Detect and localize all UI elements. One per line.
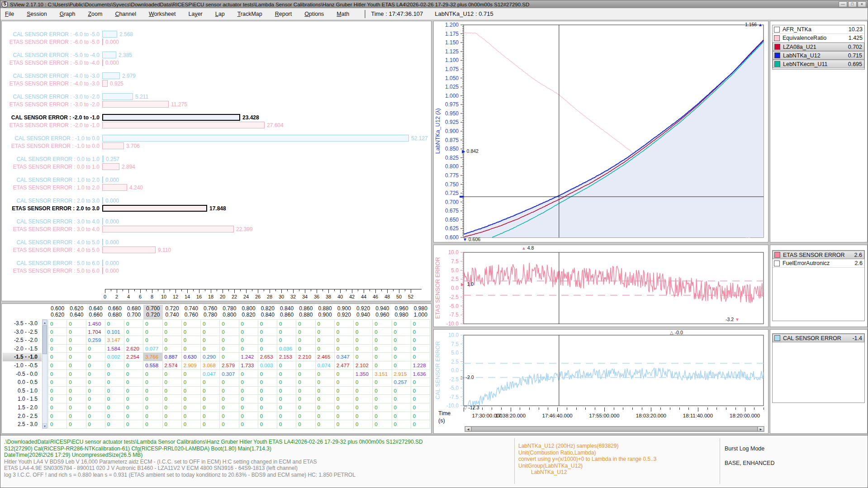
table-cell[interactable]: 0 — [124, 420, 143, 429]
table-cell[interactable]: 0 — [335, 328, 354, 336]
menu-session[interactable]: Session — [27, 11, 47, 17]
table-cell[interactable]: 0 — [201, 387, 220, 395]
table-cell[interactable]: 0 — [239, 378, 258, 387]
histogram-row[interactable]: CAL SENSOR ERROR : 1.0 to 2.00.000 — [2, 176, 431, 184]
table-cell[interactable]: 0 — [392, 420, 411, 429]
table-cell[interactable]: 0 — [67, 336, 86, 345]
table-cell[interactable]: 0 — [392, 328, 411, 336]
cal-error-bar[interactable] — [102, 197, 103, 204]
row-header[interactable]: -1.5 - -1.0 — [3, 353, 42, 361]
table-cell[interactable]: 0.077 — [143, 345, 162, 353]
column-header[interactable]: 0.7800.800 — [220, 305, 239, 319]
table-cell[interactable]: 0 — [48, 336, 67, 345]
table-cell[interactable]: 0 — [354, 387, 373, 395]
table-cell[interactable]: 0 — [316, 420, 335, 429]
table-cell[interactable]: 0 — [411, 353, 430, 361]
table-cell[interactable]: 0 — [163, 403, 182, 412]
histogram-row[interactable]: ETAS SENSOR ERROR : -6.0 to -5.00.000 — [2, 38, 431, 46]
table-cell[interactable]: 0 — [239, 328, 258, 336]
table-scrollbar[interactable]: ▲▼ — [42, 319, 47, 429]
table-cell[interactable]: 0.036 — [277, 345, 296, 353]
table-cell[interactable]: 0 — [316, 412, 335, 421]
etas-error-bar[interactable] — [102, 184, 127, 191]
table-cell[interactable]: 0 — [354, 378, 373, 387]
table-cell[interactable]: 0 — [67, 328, 86, 336]
table-cell[interactable]: 0 — [258, 370, 277, 379]
table-cell[interactable]: 0 — [124, 370, 143, 379]
histogram-row[interactable]: CAL SENSOR ERROR : -4.0 to -3.02.979 — [2, 72, 431, 80]
table-cell[interactable]: 0 — [316, 387, 335, 395]
etas-error-bar[interactable] — [102, 267, 103, 274]
etas-error-chart[interactable]: -10.0-7.5-5.0-2.50.02.55.07.510.0ETAS SE… — [434, 245, 768, 327]
scroll-thumb[interactable] — [471, 426, 758, 431]
table-cell[interactable]: 0 — [373, 420, 392, 429]
table-cell[interactable]: 0 — [182, 420, 201, 429]
table-cell[interactable]: 0 — [163, 319, 182, 328]
table-cell[interactable]: 0 — [182, 395, 201, 403]
table-cell[interactable]: 0 — [124, 387, 143, 395]
table-cell[interactable]: 0 — [411, 328, 430, 336]
table-cell[interactable]: 0 — [163, 370, 182, 379]
table-cell[interactable]: 0 — [67, 319, 86, 328]
table-cell[interactable]: 2.653 — [258, 353, 277, 361]
table-cell[interactable]: 0 — [163, 345, 182, 353]
table-cell[interactable]: 0 — [316, 345, 335, 353]
table-cell[interactable]: 1.636 — [411, 370, 430, 379]
table-cell[interactable]: 0 — [182, 412, 201, 421]
table-cell[interactable]: 0.047 — [201, 370, 220, 379]
table-cell[interactable]: 0 — [354, 328, 373, 336]
table-cell[interactable]: 0 — [258, 387, 277, 395]
minimize-button[interactable]: — — [839, 1, 847, 7]
time-scrollbar[interactable]: ◄ ► — [465, 426, 764, 432]
table-cell[interactable]: 0 — [220, 353, 239, 361]
table-cell[interactable]: 0 — [277, 336, 296, 345]
cal-error-bar[interactable] — [102, 31, 117, 38]
table-cell[interactable]: 0 — [86, 361, 105, 370]
table-cell[interactable]: 0 — [335, 336, 354, 345]
histogram-row[interactable]: ETAS SENSOR ERROR : -5.0 to -4.00.000 — [2, 59, 431, 66]
table-cell[interactable]: 0 — [392, 403, 411, 412]
etas-error-bar[interactable] — [102, 38, 103, 45]
table-cell[interactable]: 0 — [258, 420, 277, 429]
table-cell[interactable]: 0 — [163, 328, 182, 336]
table-cell[interactable]: 0 — [316, 370, 335, 379]
table-cell[interactable]: 0 — [354, 319, 373, 328]
cal-error-bar[interactable] — [102, 72, 120, 79]
row-header[interactable]: -3.5 - -3.0 — [3, 319, 42, 328]
title-bar[interactable]: S SView 2.17.10 : C:\Users\Public\Docume… — [0, 0, 868, 8]
row-header[interactable]: 0.0 - 0.5 — [3, 378, 42, 387]
table-cell[interactable]: 0 — [220, 387, 239, 395]
table-cell[interactable]: 0 — [67, 370, 86, 379]
table-cell[interactable]: 0 — [143, 378, 162, 387]
table-cell[interactable]: 0 — [220, 395, 239, 403]
table-cell[interactable]: 0 — [296, 412, 315, 421]
table-cell[interactable]: 0 — [48, 328, 67, 336]
table-cell[interactable]: 0 — [143, 370, 162, 379]
etas-error-bar[interactable] — [102, 80, 108, 87]
table-cell[interactable]: 0 — [316, 319, 335, 328]
table-cell[interactable]: 0 — [239, 336, 258, 345]
cal-error-bar[interactable] — [102, 218, 103, 225]
table-cell[interactable]: 0 — [124, 403, 143, 412]
histogram-row[interactable]: CAL SENSOR ERROR : 5.0 to 6.00.000 — [2, 259, 431, 267]
table-cell[interactable]: 0 — [373, 378, 392, 387]
table-cell[interactable]: 0 — [48, 412, 67, 421]
cal-error-bar[interactable] — [102, 156, 104, 162]
table-cell[interactable]: 0 — [411, 336, 430, 345]
scroll-right-arrow-icon[interactable]: ► — [758, 426, 764, 431]
row-header[interactable]: -3.0 - -2.5 — [3, 328, 42, 336]
table-cell[interactable]: 0 — [411, 319, 430, 328]
table-cell[interactable]: 0 — [335, 395, 354, 403]
table-cell[interactable]: 3.151 — [373, 370, 392, 379]
table-cell[interactable]: 0 — [105, 387, 124, 395]
histogram-row[interactable]: CAL SENSOR ERROR : -5.0 to -4.02.385 — [2, 51, 431, 59]
table-cell[interactable]: 0 — [354, 353, 373, 361]
cal-error-bar[interactable] — [102, 239, 103, 246]
table-cell[interactable]: 0 — [239, 319, 258, 328]
table-cell[interactable]: 0 — [354, 336, 373, 345]
table-cell[interactable]: 1.733 — [239, 361, 258, 370]
table-cell[interactable]: 0 — [48, 378, 67, 387]
legend-row[interactable]: EquivalenceRatio1.425 — [773, 34, 864, 43]
table-cell[interactable]: 0 — [335, 319, 354, 328]
column-header[interactable]: 0.6400.660 — [86, 305, 105, 319]
